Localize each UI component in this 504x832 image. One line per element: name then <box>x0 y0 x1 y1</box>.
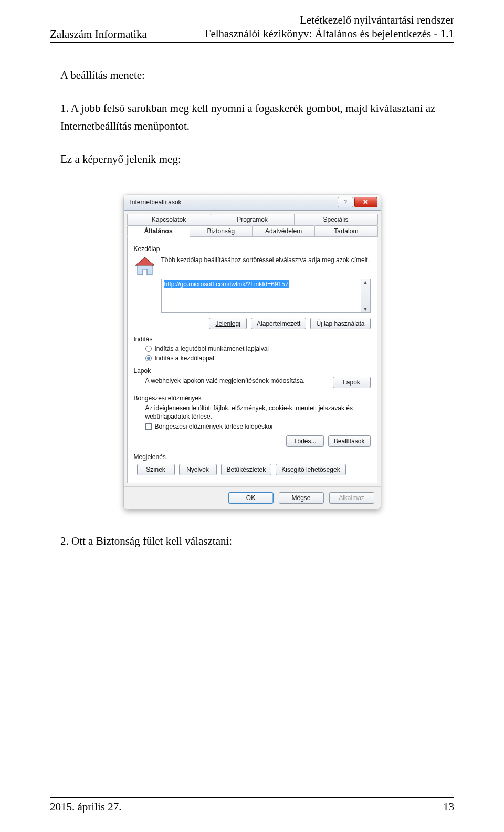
cancel-button[interactable]: Mégse <box>279 492 324 504</box>
tab-adatvedelem[interactable]: Adatvédelem <box>252 225 315 237</box>
header-left: Zalaszám Informatika <box>50 28 147 41</box>
fonts-button[interactable]: Betűkészletek <box>221 464 272 475</box>
section-tabs-title: Lapok <box>134 367 371 375</box>
tab-kapcsolatok[interactable]: Kapcsolatok <box>127 214 211 225</box>
tab-biztonsag[interactable]: Biztonság <box>190 225 253 237</box>
history-desc: Az ideiglenesen letöltött fájlok, előzmé… <box>145 404 371 421</box>
tabs-settings-button[interactable]: Lapok <box>333 377 371 388</box>
dialog-titlebar: Internetbeállítások ? ✕ <box>124 195 381 211</box>
ok-button[interactable]: OK <box>228 492 274 504</box>
tab-strip: Kapcsolatok Programok Speciális Általáno… <box>124 211 381 237</box>
paragraph-step2: 2. Ott a Biztonság fület kell választani… <box>60 533 454 550</box>
tab-specialis[interactable]: Speciális <box>294 214 378 225</box>
homepage-url-value: http://go.microsoft.com/fwlink/?LinkId=6… <box>164 280 289 288</box>
radio-checked-icon <box>145 355 152 361</box>
document-header: Zalaszám Informatika Letétkezelő nyilván… <box>50 13 454 43</box>
startup-last-session-option[interactable]: Indítás a legutóbbi munkamenet lapjaival <box>145 345 371 352</box>
colors-button[interactable]: Színek <box>137 464 175 475</box>
footer-page-number: 13 <box>443 800 454 814</box>
section-appearance-title: Megjelenés <box>134 453 371 461</box>
history-settings-button[interactable]: Beállítások <box>328 435 371 447</box>
tab-programok[interactable]: Programok <box>211 214 295 225</box>
checkbox-unchecked-icon <box>145 423 152 430</box>
use-new-tab-button[interactable]: Új lap használata <box>310 318 370 329</box>
dialog-title: Internetbeállítások <box>130 199 337 206</box>
section-startup-title: Indítás <box>134 336 371 343</box>
startup-homepage-label: Indítás a kezdőlappal <box>155 355 214 362</box>
header-right-line1: Letétkezelő nyilvántartási rendszer <box>205 13 454 27</box>
paragraph-screenshot-label: Ez a képernyő jelenik meg: <box>60 151 454 169</box>
dialog-footer: OK Mégse Alkalmaz <box>124 486 381 509</box>
close-button[interactable]: ✕ <box>354 197 377 207</box>
tab-tartalom[interactable]: Tartalom <box>314 225 377 237</box>
footer-date: 2015. április 27. <box>50 800 122 814</box>
use-default-button[interactable]: Alapértelmezett <box>251 318 306 329</box>
tab-altalanos[interactable]: Általános <box>127 225 190 237</box>
startup-homepage-option[interactable]: Indítás a kezdőlappal <box>145 355 371 362</box>
startup-last-session-label: Indítás a legutóbbi munkamenet lapjaival <box>155 345 269 352</box>
section-home-title: Kezdőlap <box>134 245 371 253</box>
apply-button[interactable]: Alkalmaz <box>329 492 374 504</box>
home-desc: Több kezdőlap beállításához sortöréssel … <box>161 256 370 277</box>
document-footer: 2015. április 27. 13 <box>50 797 454 814</box>
delete-on-exit-label: Böngészési előzmények törlése kilépéskor <box>155 423 274 430</box>
tab-panel-general: Kezdőlap Több kezdőlap beállításához sor… <box>127 237 377 483</box>
paragraph-intro: A beállítás menete: <box>60 67 454 85</box>
paragraph-step1: 1. A jobb felső sarokban meg kell nyomni… <box>60 100 454 135</box>
scroll-up-icon[interactable]: ▲ <box>363 279 368 285</box>
homepage-url-input[interactable]: http://go.microsoft.com/fwlink/?LinkId=6… <box>161 279 361 313</box>
svg-marker-1 <box>135 257 154 265</box>
history-delete-button[interactable]: Törlés... <box>286 435 324 447</box>
languages-button[interactable]: Nyelvek <box>179 464 217 475</box>
header-right-line2: Felhasználói kézikönyv: Általános és bej… <box>205 27 454 40</box>
internet-options-dialog: Internetbeállítások ? ✕ Kapcsolatok Prog… <box>124 195 381 509</box>
tabs-desc: A webhelyek lapokon való megjelenítéséne… <box>145 377 328 385</box>
use-current-button[interactable]: Jelenlegi <box>209 318 247 329</box>
textarea-scrollbar[interactable]: ▲ ▼ <box>361 279 371 313</box>
scroll-down-icon[interactable]: ▼ <box>363 307 368 312</box>
header-right: Letétkezelő nyilvántartási rendszer Felh… <box>205 13 454 41</box>
section-history-title: Böngészési előzmények <box>134 394 371 402</box>
radio-unchecked-icon <box>145 346 152 352</box>
delete-on-exit-option[interactable]: Böngészési előzmények törlése kilépéskor <box>145 423 371 430</box>
home-icon <box>134 256 156 277</box>
help-button[interactable]: ? <box>338 197 353 207</box>
accessibility-button[interactable]: Kisegítő lehetőségek <box>276 464 345 475</box>
